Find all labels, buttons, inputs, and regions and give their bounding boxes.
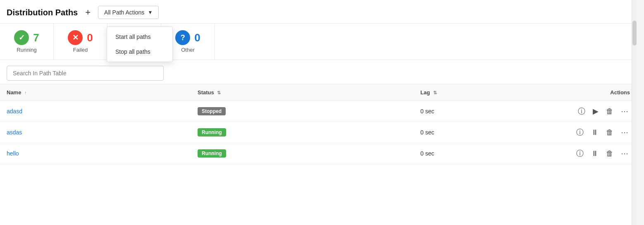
- delete-button-adasd[interactable]: 🗑: [604, 107, 615, 116]
- lag-sort-icon: ⇅: [433, 90, 437, 95]
- col-header-name[interactable]: Name ↑: [0, 84, 191, 101]
- running-label: Running: [17, 47, 36, 53]
- search-bar: [0, 60, 637, 84]
- other-label: Other: [181, 47, 195, 53]
- cell-status-adasd: Stopped: [191, 101, 414, 122]
- name-sort-icon: ↑: [24, 90, 27, 95]
- failed-icon: ✕: [68, 30, 83, 45]
- status-badge-adasd: Stopped: [198, 107, 226, 115]
- other-count: 0: [194, 31, 200, 44]
- cell-status-hello: Running: [191, 143, 414, 164]
- path-link-adasd[interactable]: adasd: [7, 108, 22, 115]
- failed-count: 0: [87, 31, 93, 44]
- cell-status-asdas: Running: [191, 122, 414, 143]
- table-row: adasd Stopped 0 sec ⓘ ▶ 🗑 ⋯: [0, 101, 637, 122]
- path-table: Name ↑ Status ⇅ Lag ⇅ Actions: [0, 84, 637, 164]
- page-container: Distribution Paths + All Path Actions ▼ …: [0, 0, 637, 225]
- table-row: asdas Running 0 sec ⓘ ⏸ 🗑 ⋯: [0, 122, 637, 143]
- stat-failed[interactable]: ✕ 0 Failed: [54, 24, 107, 60]
- play-button-adasd[interactable]: ▶: [591, 107, 600, 116]
- failed-label: Failed: [73, 47, 88, 53]
- cell-name-adasd: adasd: [0, 101, 191, 122]
- pause-button-hello[interactable]: ⏸: [589, 149, 600, 158]
- status-badge-asdas: Running: [198, 128, 226, 136]
- other-icon: ?: [175, 30, 190, 45]
- info-button-hello[interactable]: ⓘ: [575, 149, 585, 158]
- start-all-paths-item[interactable]: Start all paths: [107, 29, 172, 44]
- cell-actions-adasd: ⓘ ▶ 🗑 ⋯: [541, 101, 637, 122]
- running-icon: ✓: [14, 30, 29, 45]
- chevron-down-icon: ▼: [148, 10, 153, 15]
- add-path-button[interactable]: +: [83, 8, 92, 17]
- dropdown-label: All Path Actions: [104, 9, 144, 16]
- status-sort-icon: ⇅: [217, 90, 221, 95]
- table-header-row: Name ↑ Status ⇅ Lag ⇅ Actions: [0, 84, 637, 101]
- path-link-asdas[interactable]: asdas: [7, 129, 22, 136]
- dropdown-menu: Start all paths Stop all paths: [107, 26, 173, 62]
- scrollbar[interactable]: [632, 0, 637, 225]
- cell-lag-hello: 0 sec: [414, 143, 541, 164]
- cell-lag-asdas: 0 sec: [414, 122, 541, 143]
- stop-all-paths-item[interactable]: Stop all paths: [107, 44, 172, 59]
- delete-button-hello[interactable]: 🗑: [604, 149, 615, 158]
- table-row: hello Running 0 sec ⓘ ⏸ 🗑 ⋯: [0, 143, 637, 164]
- header: Distribution Paths + All Path Actions ▼: [0, 0, 637, 24]
- stats-bar: ✓ 7 Running ✕ 0 Failed 1 Stopped ? 0: [0, 24, 637, 60]
- cell-lag-adasd: 0 sec: [414, 101, 541, 122]
- status-badge-hello: Running: [198, 149, 226, 158]
- search-input[interactable]: [7, 66, 164, 81]
- delete-button-asdas[interactable]: 🗑: [604, 128, 615, 137]
- cell-name-hello: hello: [0, 143, 191, 164]
- stat-running[interactable]: ✓ 7 Running: [0, 24, 54, 60]
- info-button-adasd[interactable]: ⓘ: [576, 107, 587, 116]
- col-header-status[interactable]: Status ⇅: [191, 84, 414, 101]
- cell-name-asdas: asdas: [0, 122, 191, 143]
- col-header-lag[interactable]: Lag ⇅: [414, 84, 541, 101]
- scrollbar-thumb[interactable]: [632, 21, 637, 45]
- more-button-asdas[interactable]: ⋯: [619, 128, 630, 137]
- info-button-asdas[interactable]: ⓘ: [575, 128, 585, 137]
- more-button-adasd[interactable]: ⋯: [619, 107, 630, 116]
- more-button-hello[interactable]: ⋯: [619, 149, 630, 158]
- running-count: 7: [33, 31, 39, 44]
- cell-actions-asdas: ⓘ ⏸ 🗑 ⋯: [541, 122, 637, 143]
- path-link-hello[interactable]: hello: [7, 150, 19, 157]
- col-header-actions: Actions: [541, 84, 637, 101]
- page-title: Distribution Paths: [7, 8, 78, 17]
- all-path-actions-dropdown[interactable]: All Path Actions ▼: [98, 6, 159, 19]
- pause-button-asdas[interactable]: ⏸: [589, 128, 600, 137]
- cell-actions-hello: ⓘ ⏸ 🗑 ⋯: [541, 143, 637, 164]
